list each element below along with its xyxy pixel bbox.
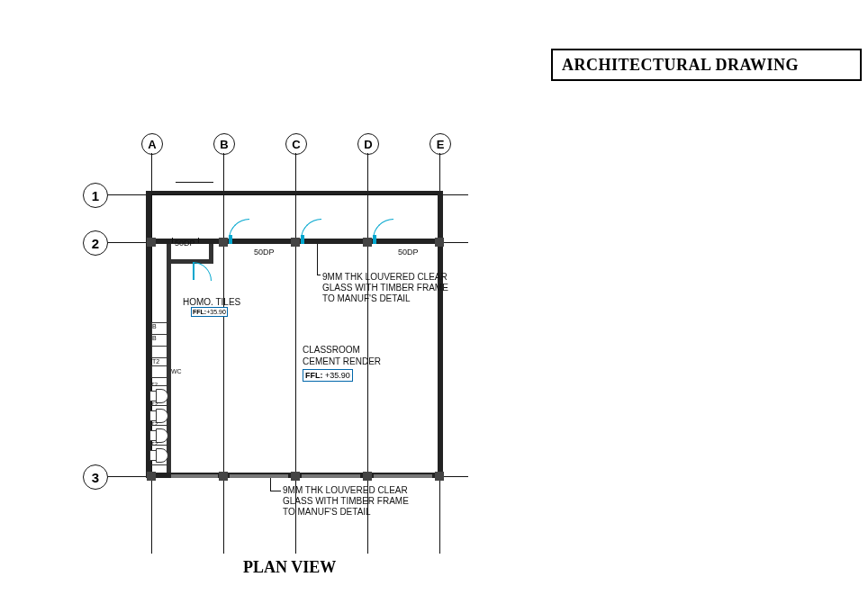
column-d3 [363, 472, 372, 481]
drawing-title-box: ARCHITECTURAL DRAWING [551, 49, 862, 81]
column-c3 [291, 472, 300, 481]
dim-tick-1a [172, 238, 173, 243]
column-e2 [435, 238, 444, 247]
column-c2 [291, 238, 300, 247]
leader-louvre-bot-v [270, 478, 271, 491]
leader-louvre-top-h [317, 275, 321, 275]
column-a2 [147, 238, 156, 247]
note-louvre-bot-1: 9MM THK LOUVERED CLEAR [283, 485, 408, 496]
wall-top [146, 191, 443, 194]
wc-partition-3 [151, 425, 167, 426]
dim-50dp-1: 50DP [175, 239, 195, 248]
wc-stall-tag-1: B [152, 323, 157, 329]
plan-drawing: A B C D E 1 2 3 [81, 126, 468, 540]
door-arc-1 [229, 219, 249, 239]
wall-corridor-stub [209, 244, 213, 264]
plan-view-label: PLAN VIEW [243, 558, 336, 577]
column-e3 [435, 472, 444, 481]
grid-bubble-col-e: E [429, 133, 451, 155]
grid-bubble-row-3: 3 [83, 464, 108, 490]
toilet-tag-1: T2 [151, 382, 158, 387]
wc-stall-tag-2: B [152, 335, 157, 341]
column-b2 [219, 238, 228, 247]
grid-bubble-col-b: B [213, 133, 235, 155]
wc-partition-1 [151, 385, 167, 386]
grid-bubble-row-2: 2 [83, 230, 108, 256]
dim-50dp-2: 50DP [254, 248, 275, 257]
wc-cubicle-4 [151, 365, 167, 378]
column-a3 [147, 472, 156, 481]
classroom-name: CLASSROOM [303, 345, 360, 356]
window-sill-b3-2 [230, 474, 288, 478]
wc-stall-tag-3: T2 [152, 358, 159, 365]
wall-corridor-bottom [167, 259, 213, 264]
window-sill-b3-3 [302, 474, 360, 478]
door-arc-2 [301, 219, 321, 239]
gridline-row-1 [108, 194, 468, 195]
toilet-fixture-3 [149, 428, 167, 441]
wc-partition-2 [151, 405, 167, 406]
corridor-ffl: FFL:+35.90 [191, 307, 228, 317]
note-louvre-top-3: TO MANUF'S DETAIL [322, 293, 411, 304]
wall-right [438, 191, 443, 478]
note-louvre-top-2: GLASS WITH TIMBER FRAME [322, 283, 448, 293]
gridline-col-b [223, 153, 224, 554]
note-louvre-bot-2: GLASS WITH TIMBER FRAME [283, 496, 409, 507]
toilet-tag-4: T2 [151, 441, 158, 446]
classroom-finish: CEMENT RENDER [303, 356, 381, 367]
classroom-ffl: FFL: +35.90 [303, 369, 353, 382]
note-louvre-bot-3: TO MANUF'S DETAIL [283, 507, 371, 518]
wc-partition-4 [151, 445, 167, 446]
column-d2 [363, 238, 372, 247]
toilet-tag-2: T2 [151, 401, 158, 407]
grid-bubble-col-d: D [357, 133, 379, 155]
window-sill-b3-4 [374, 474, 432, 478]
dim-50dp-3: 50DP [398, 248, 419, 257]
grid-bubble-row-1: 1 [83, 183, 108, 208]
leader-louvre-top-v [317, 244, 318, 275]
note-louvre-top-1: 9MM THK LOUVERED CLEAR [322, 272, 448, 283]
toilet-fixture-1 [149, 389, 167, 401]
corridor-door-arc [193, 262, 212, 281]
toilet-fixture-2 [149, 409, 167, 421]
wc-cubicle-3 [151, 346, 167, 358]
grid-bubble-col-a: A [141, 133, 163, 155]
toilet-tag-3: T2 [151, 421, 158, 427]
stub-line [176, 182, 213, 183]
drawing-title: ARCHITECTURAL DRAWING [562, 56, 799, 75]
wc-label: WC [171, 368, 182, 374]
window-sill-b3-1 [171, 474, 218, 478]
toilet-fixture-4 [149, 448, 167, 461]
grid-bubble-col-c: C [285, 133, 307, 155]
door-arc-3 [373, 219, 393, 239]
column-b3 [219, 472, 228, 481]
leader-louvre-bot-h [270, 491, 281, 491]
wc-partition-5 [151, 464, 167, 465]
dim-tick-1b [198, 238, 199, 243]
